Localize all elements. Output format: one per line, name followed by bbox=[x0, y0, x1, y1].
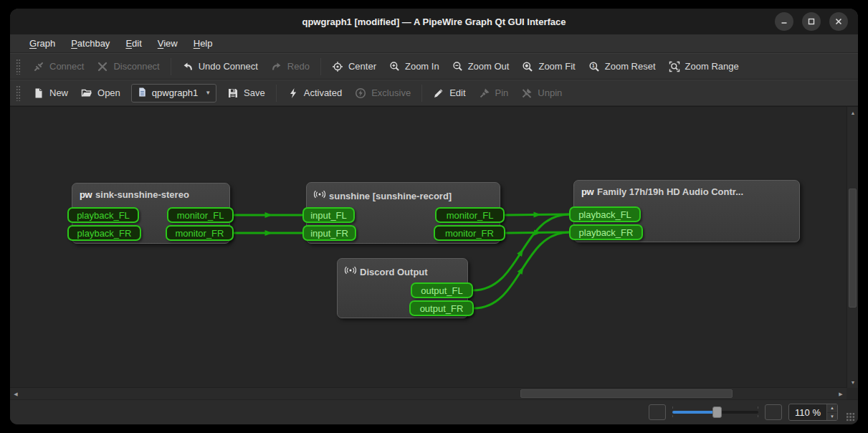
toolbar-button-edit[interactable]: Edit bbox=[426, 84, 472, 103]
statusbar-zoom-in-button[interactable] bbox=[765, 404, 782, 420]
toolbar-button-pin[interactable]: Pin bbox=[472, 84, 515, 103]
save-icon bbox=[227, 87, 239, 99]
port-sink-playback-fr[interactable]: playback_FR bbox=[67, 225, 141, 241]
scroll-down-button[interactable]: ▼ bbox=[847, 376, 858, 388]
pin-icon bbox=[479, 87, 490, 99]
svg-text:1: 1 bbox=[592, 63, 595, 68]
vertical-scrollbar[interactable]: ▲ ▼ bbox=[846, 107, 858, 388]
toolbar-button-zoom-out[interactable]: Zoom Out bbox=[446, 57, 516, 75]
toolbar-button-open[interactable]: Open bbox=[75, 84, 127, 103]
port-discord-output-fr[interactable]: output_FR bbox=[409, 300, 474, 316]
toolbar-grip[interactable] bbox=[16, 85, 21, 101]
menu-item-graph[interactable]: Graph bbox=[23, 36, 62, 51]
toolbar-button-unpin[interactable]: Unpin bbox=[515, 84, 568, 103]
horizontal-scrollbar[interactable]: ◀ ▶ bbox=[10, 387, 846, 399]
activated-bolt-icon bbox=[287, 87, 299, 99]
resize-grip-icon[interactable] bbox=[846, 412, 855, 422]
toolbar-button-disconnect[interactable]: Disconnect bbox=[90, 57, 166, 76]
zoom-spinbox[interactable]: 110 % ▲ ▼ bbox=[788, 404, 838, 421]
unpin-icon bbox=[521, 87, 533, 99]
statusbar-zoom-out-button[interactable] bbox=[649, 404, 666, 420]
port-sink-playback-fl[interactable]: playback_FL bbox=[67, 207, 139, 223]
scroll-left-button[interactable]: ◀ bbox=[10, 388, 22, 399]
connect-icon bbox=[33, 61, 44, 72]
toolbar-button-zoom-in[interactable]: Zoom In bbox=[383, 57, 446, 75]
port-sunshine-monitor-fl[interactable]: monitor_FL bbox=[435, 207, 505, 223]
toolbar-file: NewOpenqpwgraph1▼SaveActivatedExclusiveE… bbox=[10, 80, 858, 106]
scroll-right-button[interactable]: ▶ bbox=[835, 388, 846, 399]
zoom-slider-fill bbox=[672, 411, 715, 414]
wire-arrow-icon bbox=[517, 249, 523, 257]
minimize-button[interactable] bbox=[775, 12, 793, 31]
wire-arrow-icon bbox=[534, 212, 542, 218]
monitor-icon bbox=[314, 189, 325, 203]
vertical-scrollbar-thumb[interactable] bbox=[849, 189, 857, 308]
toolbar-button-center[interactable]: Center bbox=[325, 57, 383, 76]
zoom-slider[interactable] bbox=[672, 405, 758, 419]
toolbar-button-connect[interactable]: Connect bbox=[27, 57, 90, 76]
toolbar-button-label: Center bbox=[348, 61, 376, 72]
port-sink-monitor-fl[interactable]: monitor_FL bbox=[167, 207, 234, 223]
toolbar-button-new[interactable]: New bbox=[27, 84, 75, 103]
toolbar-button-undo-connect[interactable]: Undo Connect bbox=[176, 57, 264, 76]
titlebar[interactable]: qpwgraph1 [modified] — A PipeWire Graph … bbox=[10, 9, 858, 34]
toolbar-button-label: Connect bbox=[49, 61, 84, 72]
port-family-playback-fl[interactable]: playback_FL bbox=[569, 206, 641, 222]
port-sunshine-monitor-fr[interactable]: monitor_FR bbox=[434, 225, 505, 241]
toolbar-button-label: Open bbox=[97, 87, 120, 98]
toolbar-button-zoom-reset[interactable]: 1Zoom Reset bbox=[582, 57, 662, 76]
toolbar-button-label: Zoom Reset bbox=[605, 61, 656, 72]
maximize-icon bbox=[807, 17, 816, 26]
horizontal-scrollbar-thumb[interactable] bbox=[520, 389, 733, 398]
toolbar-button-label: Zoom In bbox=[405, 61, 439, 72]
menu-item-patchbay[interactable]: Patchbay bbox=[65, 36, 116, 51]
toolbar-button-zoom-fit[interactable]: Zoom Fit bbox=[515, 57, 581, 76]
port-discord-output-fl[interactable]: output_FL bbox=[411, 282, 473, 298]
node-title: Discord Output bbox=[360, 267, 428, 277]
node-title: sunshine [sunshine-record] bbox=[329, 191, 452, 201]
patchbay-file-icon bbox=[137, 87, 148, 97]
zoom-spin-buttons: ▲ ▼ bbox=[826, 404, 837, 420]
port-sunshine-input-fr[interactable]: input_FR bbox=[302, 225, 356, 241]
connection-wires bbox=[10, 107, 858, 399]
new-file-icon bbox=[33, 87, 44, 99]
toolbar-button-label: Zoom Out bbox=[468, 61, 510, 72]
port-sink-monitor-fr[interactable]: monitor_FR bbox=[166, 225, 234, 241]
spin-up-button[interactable]: ▲ bbox=[827, 404, 837, 413]
close-icon bbox=[834, 17, 843, 26]
exclusive-bolt-icon bbox=[355, 87, 366, 99]
toolbar-button-redo[interactable]: Redo bbox=[264, 57, 316, 76]
undo-icon bbox=[182, 61, 194, 72]
toolbar-separator bbox=[421, 85, 422, 102]
exclusive-bolt-icon bbox=[355, 87, 366, 99]
toolbar-button-label: Exclusive bbox=[371, 87, 411, 98]
edit-pencil-icon bbox=[433, 87, 444, 99]
scroll-up-button[interactable]: ▲ bbox=[847, 107, 858, 118]
new-file-icon bbox=[33, 87, 44, 99]
toolbar-grip[interactable] bbox=[16, 59, 21, 75]
port-family-playback-fr[interactable]: playback_FR bbox=[569, 224, 643, 240]
spin-down-button[interactable]: ▼ bbox=[827, 413, 837, 421]
zoom-fit-icon bbox=[522, 61, 533, 72]
menu-item-help[interactable]: Help bbox=[187, 36, 219, 51]
close-button[interactable] bbox=[829, 12, 848, 31]
zoom-slider-handle[interactable] bbox=[712, 406, 722, 418]
node-header: sunshine [sunshine-record] bbox=[307, 183, 500, 206]
graph-canvas[interactable]: ▲ ▼ ◀ ▶ pwsink-sunshine-stereoplayback_F… bbox=[10, 106, 858, 399]
menu-item-view[interactable]: View bbox=[151, 36, 184, 51]
patchbay-combobox[interactable]: qpwgraph1▼ bbox=[131, 84, 216, 103]
toolbar-button-activated[interactable]: Activated bbox=[281, 84, 348, 103]
toolbar-button-exclusive[interactable]: Exclusive bbox=[348, 84, 417, 103]
zoom-in-icon bbox=[389, 61, 400, 72]
toolbar-button-save[interactable]: Save bbox=[221, 84, 272, 103]
wire-arrow-icon bbox=[518, 267, 524, 275]
toolbar-button-zoom-range[interactable]: Zoom Range bbox=[662, 57, 745, 76]
toolbar-button-label: Redo bbox=[287, 61, 310, 72]
maximize-button[interactable] bbox=[802, 12, 821, 31]
port-sunshine-input-fl[interactable]: input_FL bbox=[302, 207, 355, 223]
wire-arrow-icon bbox=[265, 230, 273, 236]
disconnect-icon bbox=[97, 61, 108, 72]
menu-item-edit[interactable]: Edit bbox=[119, 36, 148, 51]
toolbar-button-label: New bbox=[49, 87, 68, 98]
toolbar-button-label: Unpin bbox=[538, 87, 562, 98]
